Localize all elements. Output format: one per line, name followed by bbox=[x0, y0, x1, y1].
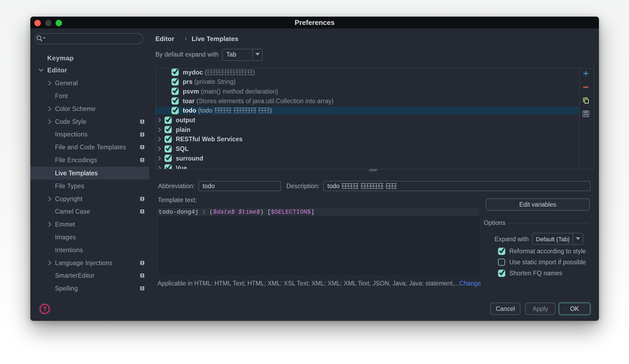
svg-text:?: ? bbox=[43, 306, 46, 313]
